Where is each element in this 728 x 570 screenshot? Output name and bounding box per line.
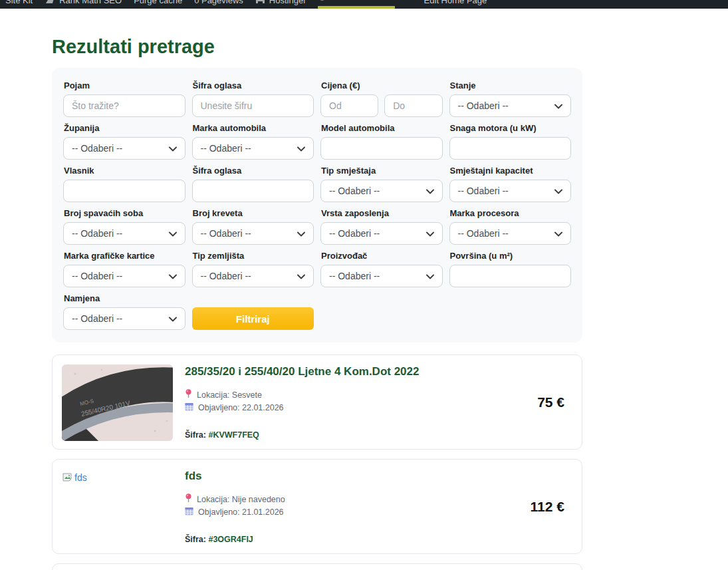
image-alt-text: fds — [74, 472, 87, 483]
marka-procesora-label: Marka procesora — [450, 208, 572, 219]
adminbar-purge-cache[interactable]: Purge cache — [134, 0, 182, 5]
zupanija-select[interactable]: -- Odaberi -- — [63, 137, 185, 160]
filter-stanje: Stanje -- Odaberi -- — [449, 80, 572, 117]
chevron-down-icon — [554, 228, 562, 239]
listing-title[interactable]: fds — [185, 470, 519, 483]
adminbar-linkindex[interactable]: LinkIndex: 100% — [318, 0, 394, 9]
rank-math-icon — [45, 0, 55, 5]
adminbar-hostinger[interactable]: Hostinger — [255, 0, 306, 5]
adminbar-site-kit[interactable]: Site Kit — [5, 0, 33, 5]
listing-card[interactable]: MO-S 255/40R20 101V 285/35/20 i 255/40/2… — [52, 355, 582, 450]
pojam-label: Pojam — [64, 80, 185, 91]
broj-spavacih-soba-label: Broj spavaćih soba — [64, 208, 185, 219]
calendar-icon — [185, 402, 193, 413]
filter-tip-smjestaja: Tip smještaja -- Odaberi -- — [320, 166, 443, 202]
filtriraj-button[interactable]: Filtriraj — [192, 307, 314, 330]
chevron-down-icon — [554, 186, 562, 196]
pojam-input[interactable] — [63, 94, 185, 117]
tip-zemljista-select[interactable]: -- Odaberi -- — [192, 265, 314, 287]
location-pin-icon — [185, 389, 192, 400]
filter-vlasnik: Vlasnik — [63, 166, 185, 202]
filter-broj-spavacih-soba: Broj spavaćih soba -- Odaberi -- — [63, 208, 185, 245]
gauge-icon — [318, 0, 326, 1]
namjena-label: Namjena — [64, 293, 185, 304]
listing-price: 112 € — [531, 499, 572, 515]
vlasnik-label: Vlasnik — [64, 166, 185, 176]
filter-marka-procesora: Marka procesora -- Odaberi -- — [449, 208, 572, 245]
proizvodac-label: Proizvođač — [321, 251, 443, 261]
sifra-oglasa-2-input[interactable] — [192, 180, 314, 202]
tip-smjestaja-select[interactable]: -- Odaberi -- — [320, 180, 443, 202]
marka-graficke-kartice-select[interactable]: -- Odaberi -- — [63, 265, 185, 287]
vrsta-zaposlenja-label: Vrsta zaposlenja — [321, 208, 443, 219]
filter-submit-cell: Filtriraj — [192, 293, 314, 330]
sifra-oglasa-label: Šifra oglasa — [193, 80, 314, 91]
tip-zemljista-label: Tip zemljišta — [193, 251, 314, 261]
stanje-select[interactable]: -- Odaberi -- — [449, 94, 572, 117]
cijena-label: Cijena (€) — [321, 80, 443, 91]
povrsina-label: Površina (u m²) — [450, 251, 572, 261]
chevron-down-icon — [426, 186, 434, 196]
filter-tip-zemljista: Tip zemljišta -- Odaberi -- — [192, 251, 314, 287]
model-automobila-label: Model automobila — [321, 123, 443, 134]
linkindex-progress-bar — [318, 6, 394, 9]
filter-pojam: Pojam — [63, 80, 185, 117]
listing-location: Lokacija: Nije navedeno — [185, 494, 519, 505]
tip-smjestaja-label: Tip smještaja — [321, 166, 443, 176]
namjena-select[interactable]: -- Odaberi -- — [63, 307, 185, 330]
cijena-do-input[interactable] — [384, 94, 442, 117]
listing-published: Objavljeno: 22.01.2026 — [185, 402, 525, 413]
vlasnik-input[interactable] — [63, 180, 185, 202]
filter-broj-kreveta: Broj kreveta -- Odaberi -- — [192, 208, 314, 245]
proizvodac-select[interactable]: -- Odaberi -- — [320, 265, 443, 287]
sifra-oglasa-2-label: Šifra oglasa — [193, 166, 314, 176]
filter-povrsina: Površina (u m²) — [449, 251, 572, 287]
marka-procesora-select[interactable]: -- Odaberi -- — [449, 222, 572, 245]
broken-image-icon — [62, 472, 72, 486]
adminbar-pageviews[interactable]: 0 Pageviews — [194, 0, 243, 5]
chevron-down-icon — [554, 100, 562, 111]
smjestajni-kapacitet-label: Smještajni kapacitet — [450, 166, 572, 176]
filter-vrsta-zaposlenja: Vrsta zaposlenja -- Odaberi -- — [320, 208, 443, 245]
chevron-down-icon — [297, 271, 305, 281]
chevron-down-icon — [169, 313, 177, 324]
listing-image-tire[interactable]: MO-S 255/40R20 101V — [62, 364, 173, 441]
marka-automobila-select[interactable]: -- Odaberi -- — [192, 137, 314, 160]
page-title: Rezultati pretrage — [52, 36, 582, 58]
zupanija-label: Županija — [64, 123, 185, 134]
listing-image-broken[interactable]: fds — [62, 469, 173, 544]
broj-spavacih-soba-select[interactable]: -- Odaberi -- — [63, 222, 185, 245]
listing-title[interactable]: 285/35/20 i 255/40/20 Ljetne 4 Kom.Dot 2… — [185, 365, 525, 378]
stanje-label: Stanje — [450, 80, 572, 91]
filter-smjestajni-kapacitet: Smještajni kapacitet -- Odaberi -- — [449, 166, 572, 202]
filter-proizvodac: Proizvođač -- Odaberi -- — [320, 251, 443, 287]
chevron-down-icon — [426, 228, 434, 239]
chevron-down-icon — [169, 143, 177, 154]
adminbar-rank-math[interactable]: Rank Math SEO — [45, 0, 122, 5]
snaga-motora-input[interactable] — [449, 137, 572, 160]
sifra-oglasa-input[interactable] — [192, 94, 314, 117]
listing-card[interactable]: Intel Procesori — [52, 563, 582, 570]
snaga-motora-label: Snaga motora (u kW) — [450, 123, 572, 134]
chevron-down-icon — [297, 143, 305, 154]
model-automobila-input[interactable] — [320, 137, 443, 160]
hostinger-icon — [255, 0, 265, 5]
listing-card[interactable]: fds fds Lokacija: Nije navedeno Objavlje… — [52, 459, 582, 554]
filter-sifra-oglasa-1: Šifra oglasa — [192, 80, 314, 117]
marka-graficke-kartice-label: Marka grafičke kartice — [64, 251, 185, 261]
adminbar-edit-home-page[interactable]: Edit Home Page — [424, 0, 487, 5]
location-pin-icon — [185, 494, 192, 505]
chevron-down-icon — [169, 271, 177, 281]
filter-marka-graficke-kartice: Marka grafičke kartice -- Odaberi -- — [63, 251, 185, 287]
chevron-down-icon — [426, 271, 434, 281]
broj-kreveta-label: Broj kreveta — [193, 208, 314, 219]
broj-kreveta-select[interactable]: -- Odaberi -- — [192, 222, 314, 245]
povrsina-input[interactable] — [449, 265, 572, 287]
marka-automobila-label: Marka automobila — [193, 123, 314, 134]
smjestajni-kapacitet-select[interactable]: -- Odaberi -- — [449, 180, 572, 202]
vrsta-zaposlenja-select[interactable]: -- Odaberi -- — [320, 222, 443, 245]
wp-admin-bar: Site Kit Rank Math SEO Purge cache 0 Pag… — [0, 0, 728, 9]
filter-cijena: Cijena (€) — [320, 80, 443, 117]
cijena-od-input[interactable] — [320, 94, 378, 117]
search-filter-panel: Pojam Šifra oglasa Cijena (€) Stanje -- … — [52, 68, 582, 343]
